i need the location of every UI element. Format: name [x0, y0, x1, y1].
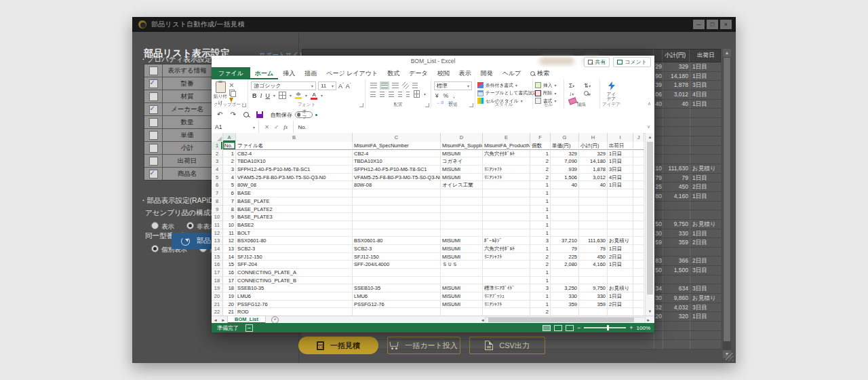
cancel-icon[interactable]: ✕	[264, 124, 269, 130]
align-bottom-icon[interactable]	[392, 83, 399, 88]
menu-tab-item[interactable]: 描画	[300, 67, 321, 79]
grid-cell[interactable]	[551, 221, 579, 229]
scroll-left-icon[interactable]: ◂	[481, 318, 484, 323]
grid-cell[interactable]: 19	[223, 292, 236, 301]
grid-cell[interactable]: 六角穴付ﾎﾞﾙﾄ	[483, 245, 530, 253]
fill-color-icon[interactable]	[295, 92, 302, 99]
row-checkbox[interactable]	[149, 92, 158, 101]
row-header[interactable]: 7	[212, 189, 223, 197]
bulk-cart-button[interactable]: 一括カート投入	[387, 337, 460, 354]
grid-cell[interactable]: LMU6	[353, 292, 441, 301]
row-header[interactable]: 5	[212, 174, 223, 182]
grid-cell[interactable]: SFF-204	[236, 261, 353, 269]
grid-cell[interactable]	[483, 229, 530, 238]
column-header-D[interactable]: D	[441, 133, 483, 142]
grid-cell[interactable]	[633, 142, 644, 150]
menu-tab-item[interactable]: 表示	[454, 67, 476, 79]
align-middle-icon[interactable]	[381, 83, 388, 88]
redo-icon[interactable]: ↷	[230, 111, 235, 118]
decrease-indent-icon[interactable]	[398, 92, 401, 97]
grid-cell[interactable]: 2,080	[551, 261, 579, 269]
zoom-slider[interactable]	[584, 327, 626, 328]
undo-icon[interactable]: ↶	[217, 111, 222, 118]
grid-cell[interactable]: MisumiFA_ProductName	[483, 142, 530, 150]
grid-cell[interactable]: SFJ12-150	[353, 253, 441, 261]
increase-font-button[interactable]: Aˆ	[338, 82, 344, 90]
grid-cell[interactable]	[441, 269, 483, 277]
menu-tab-home[interactable]: ホーム	[250, 67, 278, 79]
grid-cell[interactable]: SFF-204/L4000	[353, 261, 441, 269]
grid-cell[interactable]: 出荷日	[608, 142, 633, 150]
ideas-button[interactable]: アイデア	[600, 81, 623, 101]
menu-tab-file[interactable]: ファイル	[212, 67, 250, 79]
row-header[interactable]: 12	[212, 229, 223, 238]
row-header[interactable]: 6	[212, 181, 223, 189]
grid-cell[interactable]: 1	[530, 229, 551, 238]
menu-tab-item[interactable]: 開発	[476, 67, 498, 79]
grid-cell[interactable]: 40	[551, 181, 579, 189]
grid-cell[interactable]	[441, 206, 483, 214]
underline-button[interactable]: U	[266, 92, 271, 99]
grid-cell[interactable]: ﾘﾆｱｼｬﾌﾄ	[483, 253, 530, 261]
expand-formula-bar-icon[interactable]: ∨	[647, 124, 654, 130]
scroll-up-icon[interactable]: ▲	[646, 133, 654, 141]
grid-cell[interactable]: 標準ﾘﾆｱｶﾞｲﾄﾞ	[483, 284, 530, 292]
grid-cell[interactable]: MISUMI	[441, 245, 483, 253]
radio-show[interactable]: 表示	[151, 219, 174, 231]
grid-cell[interactable]	[633, 229, 644, 238]
grid-cell[interactable]	[353, 277, 441, 285]
row-header[interactable]: 20	[212, 292, 223, 301]
menu-tab-item[interactable]: 校閲	[433, 67, 454, 79]
grid-cell[interactable]: ファイル名	[236, 142, 353, 150]
grid-cell[interactable]: BASE	[236, 189, 353, 197]
grid-cell[interactable]	[441, 308, 483, 316]
grid-cell[interactable]: 1日目	[608, 181, 633, 189]
grid-cell[interactable]: ﾘﾆｱﾌﾞｯｼｭ	[483, 292, 530, 301]
grid-cell[interactable]: 六角穴付ﾎﾞﾙﾄ	[483, 150, 530, 158]
maximize-button[interactable]: □	[707, 20, 718, 29]
row-header[interactable]: 22	[212, 308, 223, 316]
grid-cell[interactable]: 5	[223, 181, 236, 189]
grid-cell[interactable]: 20	[223, 301, 236, 309]
increase-indent-icon[interactable]	[406, 92, 410, 97]
grid-cell[interactable]	[633, 284, 644, 292]
zoom-out-icon[interactable]: −	[577, 325, 580, 331]
grid-cell[interactable]: 1	[530, 301, 551, 309]
comment-button[interactable]: コメント	[613, 57, 651, 67]
grid-cell[interactable]: 40	[579, 181, 608, 189]
grid-cell[interactable]	[633, 157, 644, 166]
result-table-scrollbar[interactable]: ▲ ▼	[723, 49, 731, 358]
grid-cell[interactable]	[579, 269, 608, 277]
scroll-down-icon[interactable]: ▼	[646, 307, 654, 316]
grid-cell[interactable]: 359	[551, 301, 579, 309]
grid-cell[interactable]: 79	[551, 245, 579, 253]
row-checkbox[interactable]	[149, 118, 158, 127]
row-header[interactable]: 9	[212, 206, 223, 214]
csv-export-button[interactable]: CSV出力	[469, 337, 545, 354]
grid-cell[interactable]	[608, 197, 633, 206]
align-left-icon[interactable]	[370, 92, 376, 97]
decrease-font-button[interactable]: Aˇ	[346, 82, 351, 90]
scrollbar-thumb[interactable]	[488, 318, 634, 322]
row-header[interactable]: 18	[212, 277, 223, 285]
align-top-icon[interactable]	[370, 83, 377, 88]
font-name-select[interactable]: 游ゴシック▾	[251, 81, 316, 90]
grid-cell[interactable]: 1日目	[608, 261, 633, 269]
scrollbar-thumb[interactable]	[724, 58, 730, 341]
grid-cell[interactable]: 18	[223, 284, 236, 292]
grid-cell[interactable]: BOLT	[236, 229, 353, 238]
grid-cell[interactable]	[633, 150, 644, 158]
grid-cell[interactable]: 4,160	[579, 261, 608, 269]
grid-cell[interactable]: 10	[223, 221, 236, 229]
grid-cell[interactable]: 329	[579, 150, 608, 158]
grid-cell[interactable]	[579, 277, 608, 285]
page-break-view-icon[interactable]	[566, 325, 574, 331]
grid-cell[interactable]: 1	[530, 221, 551, 229]
find-select-button[interactable]: ▾	[584, 90, 591, 97]
grid-cell[interactable]	[483, 157, 530, 166]
menu-tab-item[interactable]: データ	[404, 67, 432, 79]
grid-cell[interactable]: 12	[223, 237, 236, 245]
row-header[interactable]: 10	[212, 213, 223, 221]
grid-cell[interactable]	[483, 261, 530, 269]
sheet-prev-icon[interactable]: ◂	[212, 318, 220, 323]
